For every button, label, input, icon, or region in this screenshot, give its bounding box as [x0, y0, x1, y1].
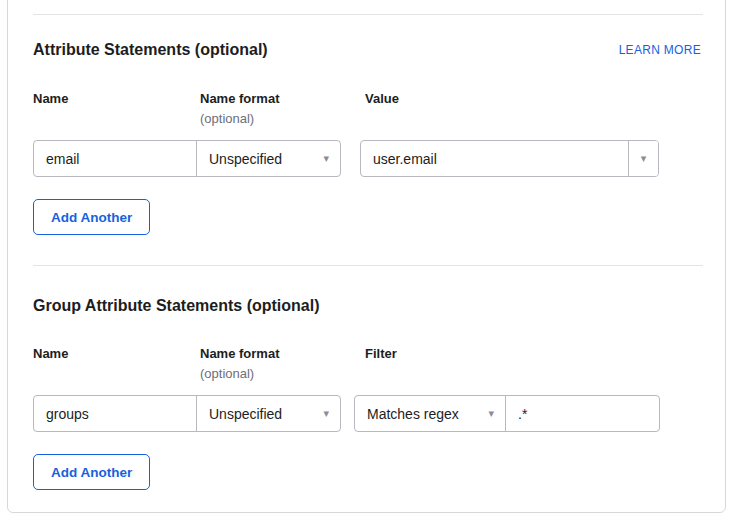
- group-row-name-format-group: Unspecified ▾: [33, 395, 341, 432]
- group-attribute-statements-title: Group Attribute Statements (optional): [33, 298, 320, 314]
- attr-add-another-button[interactable]: Add Another: [33, 199, 150, 235]
- group-filter-type-selected-value: Matches regex: [355, 406, 505, 422]
- attr-name-format-column-label: Name format: [200, 92, 279, 106]
- group-add-another-button[interactable]: Add Another: [33, 454, 150, 490]
- attr-value-cell: [361, 141, 628, 176]
- group-filter-type-select[interactable]: Matches regex ▾: [355, 396, 505, 431]
- attr-name-input[interactable]: [34, 141, 196, 176]
- group-filter-value-input[interactable]: [506, 396, 659, 431]
- group-filter-group: Matches regex ▾: [354, 395, 660, 432]
- attr-name-format-selected-value: Unspecified: [197, 151, 340, 167]
- section-divider-top: [33, 14, 703, 15]
- settings-card: Attribute Statements (optional) LEARN MO…: [7, 0, 726, 513]
- attribute-statements-title: Attribute Statements (optional): [33, 42, 268, 58]
- attr-name-format-optional-label: (optional): [200, 112, 254, 126]
- learn-more-link[interactable]: LEARN MORE: [619, 43, 701, 57]
- group-filter-value-cell: [505, 396, 659, 431]
- attr-name-format-select[interactable]: Unspecified ▾: [196, 141, 340, 176]
- attr-value-combobox: ▾: [360, 140, 659, 177]
- attr-value-dropdown-button[interactable]: ▾: [628, 141, 658, 176]
- attr-row-name-format-group: Unspecified ▾: [33, 140, 341, 177]
- group-name-format-selected-value: Unspecified: [197, 406, 340, 422]
- group-name-input[interactable]: [34, 396, 196, 431]
- attr-value-column-label: Value: [365, 92, 399, 106]
- attr-name-column-label: Name: [33, 92, 68, 106]
- group-name-format-column-label: Name format: [200, 347, 279, 361]
- group-name-format-select[interactable]: Unspecified ▾: [196, 396, 340, 431]
- group-name-cell: [34, 396, 196, 431]
- group-filter-column-label: Filter: [365, 347, 397, 361]
- group-name-column-label: Name: [33, 347, 68, 361]
- attr-value-input[interactable]: [361, 141, 628, 176]
- section-divider-middle: [33, 265, 703, 266]
- group-name-format-optional-label: (optional): [200, 367, 254, 381]
- attr-name-cell: [34, 141, 196, 176]
- chevron-down-icon: ▾: [641, 153, 647, 164]
